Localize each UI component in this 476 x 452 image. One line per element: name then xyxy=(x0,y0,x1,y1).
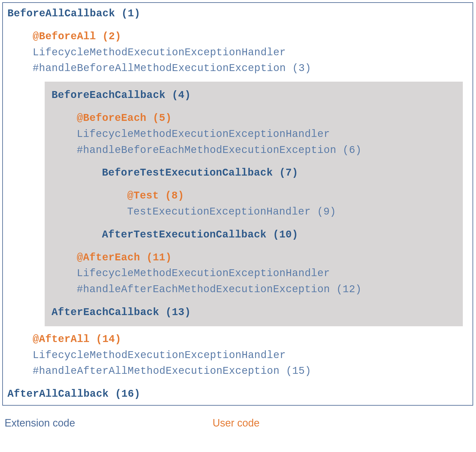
before-each-callback: BeforeEachCallback (4) xyxy=(52,87,456,103)
legend: Extension code User code xyxy=(2,406,474,431)
lifecycle-diagram-outer: BeforeAllCallback (1) @BeforeAll (2) Lif… xyxy=(2,2,473,406)
before-each-handler-line2: #handleBeforeEachMethodExecutionExceptio… xyxy=(52,142,456,158)
after-all-handler-line1: LifecycleMethodExecutionExceptionHandler xyxy=(7,347,468,363)
after-each-callback: AfterEachCallback (13) xyxy=(52,304,456,321)
legend-user-code: User code xyxy=(213,417,259,429)
spacer xyxy=(52,181,456,188)
legend-extension-code: Extension code xyxy=(5,417,75,429)
spacer xyxy=(7,22,468,29)
after-all-handler-line2: #handleAfterAllMethodExecutionException … xyxy=(7,363,468,379)
spacer xyxy=(52,103,456,110)
after-each-handler-line1: LifecycleMethodExecutionExceptionHandler xyxy=(52,266,456,282)
before-test-execution-callback: BeforeTestExecutionCallback (7) xyxy=(52,165,456,181)
before-all-handler-line1: LifecycleMethodExecutionExceptionHandler xyxy=(7,45,468,61)
test-annotation: @Test (8) xyxy=(52,188,456,204)
after-all-annotation: @AfterAll (14) xyxy=(7,331,468,347)
before-each-handler-line1: LifecycleMethodExecutionExceptionHandler xyxy=(52,126,456,142)
test-execution-exception-handler: TestExecutionExceptionHandler (9) xyxy=(52,204,456,220)
before-all-callback: BeforeAllCallback (1) xyxy=(7,6,468,22)
before-all-handler-line2: #handleBeforeAllMethodExecutionException… xyxy=(7,60,468,76)
after-all-callback: AfterAllCallback (16) xyxy=(7,386,468,402)
inner-gray-box: BeforeEachCallback (4) @BeforeEach (5) L… xyxy=(45,82,463,326)
spacer xyxy=(52,243,456,250)
after-test-execution-callback: AfterTestExecutionCallback (10) xyxy=(52,227,456,243)
spacer xyxy=(52,298,456,304)
after-each-annotation: @AfterEach (11) xyxy=(52,250,456,266)
before-each-annotation: @BeforeEach (5) xyxy=(52,110,456,126)
spacer xyxy=(52,220,456,227)
spacer xyxy=(7,379,468,386)
before-all-annotation: @BeforeAll (2) xyxy=(7,29,468,45)
after-each-handler-line2: #handleAfterEachMethodExecutionException… xyxy=(52,282,456,298)
spacer xyxy=(52,158,456,165)
